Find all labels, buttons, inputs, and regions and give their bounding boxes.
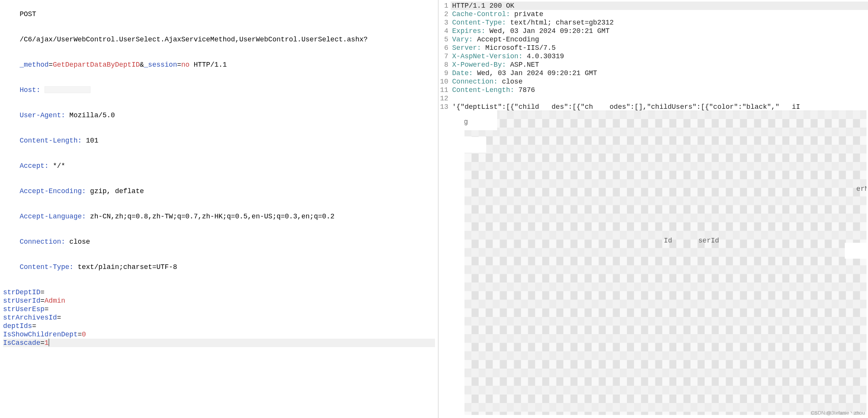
response-line: Server: Microsoft-IIS/7.5 (451, 44, 868, 52)
line-number: 11 (438, 86, 448, 94)
line-number: 5 (438, 35, 448, 44)
line-number-gutter: 12345678910111213 (438, 0, 451, 418)
watermark: CSDN @3tefanie丶zhou (811, 410, 865, 416)
line-number: 8 (438, 61, 448, 69)
body-param-row: deptIds= (3, 322, 435, 330)
response-line: Date: Wed, 03 Jan 2024 09:20:21 GMT (451, 69, 868, 77)
line-number: 12 (438, 94, 448, 103)
request-header-host: Host: (3, 77, 435, 103)
line-number: 13 (438, 103, 448, 111)
line-number: 9 (438, 69, 448, 77)
body-param-row: strUserEsp= (3, 305, 435, 313)
body-param-row: IsShowChildrenDept=0 (3, 330, 435, 339)
request-header-accept-language: Accept-Language: zh-CN,zh;q=0.8,zh-TW;q=… (3, 204, 435, 229)
request-url-line2: _method=GetDepartDataByDeptID&_session=n… (3, 52, 435, 77)
request-blank-line (3, 280, 435, 288)
request-header-accept-encoding: Accept-Encoding: gzip, deflate (3, 179, 435, 204)
response-code-area: HTTP/1.1 200 OKCache-Control: privateCon… (451, 0, 868, 418)
svg-rect-7 (845, 243, 866, 259)
line-number: 7 (438, 52, 448, 61)
response-line: X-Powered-By: ASP.NET (451, 61, 868, 69)
request-method: POST (3, 2, 435, 27)
body-param-row: IsCascade=1 (3, 339, 435, 347)
line-number: 1 (438, 2, 448, 10)
request-header-connection: Connection: close (3, 229, 435, 254)
line-number: 6 (438, 44, 448, 52)
response-line (451, 94, 868, 103)
redacted-mosaic: ying wu erN Id serId gt (464, 110, 866, 415)
body-param-row: strArchivesId= (3, 313, 435, 322)
svg-rect-5 (464, 110, 497, 130)
request-header-accept: Accept: */* (3, 153, 435, 179)
response-line: Cache-Control: private (451, 10, 868, 18)
request-body: strDeptID=strUserId=AdminstrUserEsp=strA… (3, 288, 435, 347)
line-number: 4 (438, 27, 448, 35)
response-panel[interactable]: 12345678910111213 HTTP/1.1 200 OKCache-C… (438, 0, 868, 418)
response-line: Content-Length: 7876 (451, 86, 868, 94)
response-line: Connection: close (451, 77, 868, 86)
response-line: Content-Type: text/html; charset=gb2312 (451, 18, 868, 27)
line-number: 2 (438, 10, 448, 18)
response-line: X-AspNet-Version: 4.0.30319 (451, 52, 868, 61)
request-url-line1: /C6/ajax/UserWebControl.UserSelect.AjaxS… (3, 27, 435, 52)
request-panel[interactable]: POST /C6/ajax/UserWebControl.UserSelect.… (0, 0, 438, 418)
text-cursor (49, 339, 49, 346)
request-header-content-length: Content-Length: 101 (3, 128, 435, 153)
body-param-row: strUserId=Admin (3, 297, 435, 305)
response-line: HTTP/1.1 200 OK (451, 2, 868, 10)
request-header-content-type: Content-Type: text/plain;charset=UTF-8 (3, 254, 435, 280)
body-param-row: strDeptID= (3, 288, 435, 297)
svg-rect-4 (464, 110, 866, 415)
line-number: 3 (438, 18, 448, 27)
response-line: Expires: Wed, 03 Jan 2024 09:20:21 GMT (451, 27, 868, 35)
response-line: Vary: Accept-Encoding (451, 35, 868, 44)
line-number: 10 (438, 77, 448, 86)
svg-rect-6 (464, 137, 486, 152)
request-header-user-agent: User-Agent: Mozilla/5.0 (3, 103, 435, 128)
response-line: '{"deptList":[{"child des":[{"ch odes":[… (451, 103, 868, 111)
